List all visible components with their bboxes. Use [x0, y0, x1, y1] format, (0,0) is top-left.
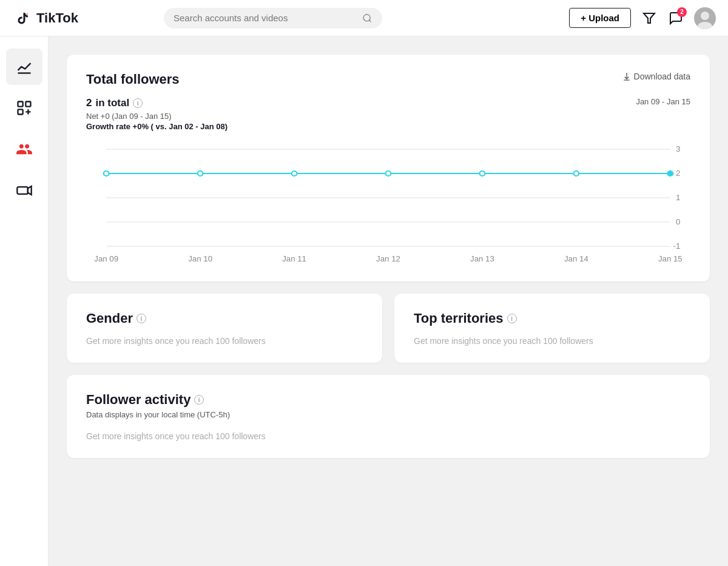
sidebar [0, 36, 49, 566]
avatar-svg [694, 7, 716, 29]
territories-info-icon[interactable]: i [507, 314, 517, 323]
svg-point-30 [667, 171, 673, 176]
chart-svg: 3 2 1 0 -1 Jan 09 Jan 10 [86, 143, 690, 264]
svg-point-26 [292, 171, 297, 176]
total-followers-title: Total followers [86, 72, 180, 87]
svg-point-29 [573, 171, 579, 176]
filter-icon[interactable] [641, 10, 658, 27]
territories-title-row: Top territories i [414, 311, 690, 326]
insights-row: Gender i Get more insights once you reac… [67, 294, 710, 363]
download-label: Download data [634, 72, 690, 81]
activity-info-icon[interactable]: i [194, 395, 204, 405]
followers-nav-icon [16, 141, 33, 158]
sidebar-item-followers[interactable] [6, 131, 42, 167]
top-territories-title: Top territories [414, 311, 504, 326]
svg-text:0: 0 [676, 218, 680, 226]
svg-rect-10 [18, 109, 22, 114]
growth-text: Growth rate +0% ( vs. Jan 02 - Jan 08) [86, 122, 228, 131]
svg-text:3: 3 [676, 146, 680, 153]
main-content: Total followers Download data 2 in total… [49, 36, 728, 566]
search-icon [362, 13, 372, 24]
svg-text:-1: -1 [673, 243, 681, 251]
svg-text:Jan 15: Jan 15 [658, 255, 682, 263]
svg-point-24 [104, 171, 109, 176]
tools-nav-icon [16, 99, 33, 116]
svg-text:Jan 13: Jan 13 [470, 255, 494, 263]
logo-text: TikTok [36, 10, 78, 26]
date-range: Jan 09 - Jan 15 [636, 97, 690, 106]
gender-info-icon[interactable]: i [136, 314, 146, 323]
follower-activity-card: Follower activity i Data displays in you… [67, 375, 710, 458]
gender-card: Gender i Get more insights once you reac… [67, 294, 382, 363]
sidebar-item-videos[interactable] [6, 172, 42, 209]
followers-count: 2 [86, 97, 92, 109]
activity-placeholder: Get more insights once you reach 100 fol… [86, 431, 690, 441]
net-text: Net +0 (Jan 09 - Jan 15) [86, 112, 228, 121]
svg-point-27 [386, 171, 391, 176]
followers-left: 2 in total i Net +0 (Jan 09 - Jan 15) Gr… [86, 97, 228, 131]
messages-icon[interactable]: 2 [667, 10, 684, 27]
videos-nav-icon [16, 182, 33, 199]
territories-placeholder: Get more insights once you reach 100 fol… [414, 336, 690, 346]
info-icon[interactable]: i [133, 98, 143, 108]
followers-count-suffix: in total [95, 97, 129, 109]
gender-placeholder: Get more insights once you reach 100 fol… [86, 336, 363, 346]
svg-text:Jan 12: Jan 12 [376, 255, 400, 263]
followers-stats: 2 in total i Net +0 (Jan 09 - Jan 15) Gr… [86, 97, 690, 131]
download-data-button[interactable]: Download data [622, 72, 690, 81]
logo[interactable]: TikTok [12, 8, 79, 28]
svg-marker-3 [644, 13, 655, 23]
gender-title-row: Gender i [86, 311, 363, 326]
svg-rect-9 [25, 102, 30, 107]
sidebar-item-analytics[interactable] [6, 49, 42, 85]
svg-text:1: 1 [676, 194, 680, 202]
total-followers-card: Total followers Download data 2 in total… [67, 55, 710, 281]
followers-chart: 3 2 1 0 -1 Jan 09 Jan 10 [86, 143, 690, 264]
card-header: Total followers Download data [86, 72, 690, 97]
header: TikTok + Upload 2 [0, 0, 728, 36]
svg-text:2: 2 [676, 170, 680, 178]
svg-point-25 [198, 171, 203, 176]
svg-text:Jan 10: Jan 10 [188, 255, 212, 263]
svg-line-2 [369, 20, 371, 22]
analytics-nav-icon [16, 58, 33, 75]
user-avatar[interactable] [694, 7, 716, 29]
svg-point-28 [480, 171, 485, 176]
svg-rect-11 [17, 187, 28, 194]
activity-subtitle: Data displays in your local time (UTC-5h… [86, 410, 690, 419]
svg-text:Jan 14: Jan 14 [564, 255, 588, 263]
svg-text:Jan 09: Jan 09 [94, 255, 118, 263]
funnel-icon [642, 11, 656, 25]
header-right: + Upload 2 [569, 7, 716, 29]
follower-activity-title: Follower activity [86, 392, 190, 408]
followers-count-row: 2 in total i [86, 97, 228, 109]
search-bar[interactable] [164, 8, 382, 29]
gender-title: Gender [86, 311, 133, 326]
top-territories-card: Top territories i Get more insights once… [394, 294, 710, 363]
svg-text:Jan 11: Jan 11 [282, 255, 306, 263]
notification-badge: 2 [677, 7, 687, 17]
svg-rect-8 [18, 102, 22, 107]
activity-title-row: Follower activity i [86, 392, 690, 408]
sidebar-item-tools[interactable] [6, 90, 42, 126]
svg-point-5 [701, 12, 709, 20]
tiktok-logo-icon [12, 8, 32, 28]
svg-point-1 [363, 14, 370, 21]
download-icon [622, 72, 632, 81]
svg-marker-12 [27, 186, 31, 195]
search-input[interactable] [174, 13, 357, 23]
upload-button[interactable]: + Upload [569, 8, 631, 28]
